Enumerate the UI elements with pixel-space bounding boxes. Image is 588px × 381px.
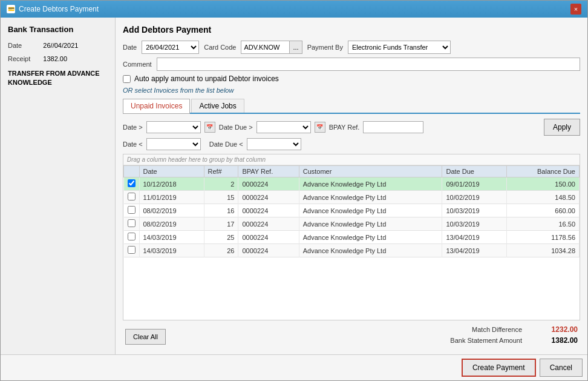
bank-statement-value: 1382.00 [529,336,578,345]
col-bpay: BPAY Ref. [238,166,299,177]
title-bar-left: 💳 Create Debtors Payment [7,5,99,13]
col-balance-due: Balance Due [507,166,580,177]
row-ref: 26 [204,244,238,257]
row-bpay: 0000224 [238,204,299,217]
row-checkbox[interactable] [128,193,136,200]
card-code-lookup-button[interactable]: ... [289,41,302,54]
date-lt-select[interactable] [146,138,201,150]
row-date: 10/12/2018 [139,177,204,191]
payment-by-label: Payment By [307,44,343,51]
row-customer: Advance Knowledge Pty Ltd [299,191,442,204]
row-checkbox-cell[interactable] [124,217,140,231]
row-balance-due: 1034.28 [507,244,580,257]
row-date-due: 10/03/2019 [442,217,507,231]
row-bpay: 0000224 [238,244,299,257]
table-row[interactable]: 08/02/2019 16 0000224 Advance Knowledge … [124,204,580,217]
col-checkbox [124,166,140,177]
tabs: Unpaid Invoices Active Jobs [123,99,580,114]
row-bpay: 0000224 [238,177,299,191]
row-date: 08/02/2019 [139,204,204,217]
receipt-value: 1382.00 [43,55,67,62]
date-gt-calendar-button[interactable]: 📅 [204,122,215,133]
table-row[interactable]: 08/02/2019 17 0000224 Advance Knowledge … [124,217,580,231]
row-checkbox-cell[interactable] [124,191,140,204]
row-date: 14/03/2019 [139,244,204,257]
close-button[interactable]: × [570,4,581,15]
row-ref: 17 [204,217,238,231]
row-checkbox[interactable] [128,179,136,187]
create-payment-button[interactable]: Create Payment [462,359,536,377]
row-checkbox[interactable] [128,246,136,254]
row-balance-due: 660.00 [507,204,580,217]
match-difference-row: Match Difference 1232.00 [425,325,578,334]
auto-apply-checkbox[interactable] [123,75,131,83]
table-row[interactable]: 14/03/2019 26 0000224 Advance Knowledge … [124,244,580,257]
row-balance-due: 148.50 [507,191,580,204]
table-header-row: Date Ref# BPAY Ref. Customer Date Due Ba… [124,166,580,177]
comment-input[interactable] [157,58,580,71]
payment-by-select[interactable]: Electronic Funds Transfer [348,41,451,54]
row-checkbox-cell[interactable] [124,231,140,244]
date-field-label: Date [123,44,137,51]
date-due-lt-select[interactable] [247,138,301,150]
table-row[interactable]: 11/01/2019 15 0000224 Advance Knowledge … [124,191,580,204]
row-date-due: 10/03/2019 [442,204,507,217]
row-date-due: 13/04/2019 [442,244,507,257]
clear-all-button[interactable]: Clear All [125,329,166,345]
table-row[interactable]: 10/12/2018 2 0000224 Advance Knowledge P… [124,177,580,191]
row-ref: 2 [204,177,238,191]
right-panel: Add Debtors Payment Date 26/04/2021 Card… [116,18,587,354]
row-checkbox-cell[interactable] [124,177,140,191]
row-date: 11/01/2019 [139,191,204,204]
card-code-input[interactable] [241,41,289,54]
bpay-ref-input[interactable] [363,121,423,133]
receipt-field: Receipt 1382.00 [8,55,108,63]
filter-row-1: Date > 📅 Date Due > 📅 BPAY Ref. Apply [123,119,580,136]
tab-active-jobs[interactable]: Active Jobs [191,99,244,113]
add-debtors-payment-heading: Add Debtors Payment [123,25,580,35]
title-bar: 💳 Create Debtors Payment × [1,1,587,18]
row-checkbox[interactable] [128,219,136,227]
row-ref: 25 [204,231,238,244]
filter-row-2: Date < Date Due < [123,138,580,150]
date-due-gt-label: Date Due > [219,124,253,131]
date-lt-label: Date < [123,141,143,148]
date-select[interactable]: 26/04/2021 [142,41,199,54]
row-checkbox[interactable] [128,206,136,214]
date-due-gt-calendar-button[interactable]: 📅 [315,122,325,133]
apply-button[interactable]: Apply [544,119,580,136]
col-customer: Customer [299,166,442,177]
or-select-text: OR select Invoices from the list below [123,87,580,94]
bank-statement-row: Bank Statement Amount 1382.00 [425,336,578,345]
row-checkbox-cell[interactable] [124,244,140,257]
footer-buttons: Create Payment Cancel [1,354,587,380]
row-customer: Advance Knowledge Pty Ltd [299,231,442,244]
transaction-description: TRANSFER FROM ADVANCE KNOWLEDGE [8,69,108,88]
row-customer: Advance Knowledge Pty Ltd [299,244,442,257]
col-ref: Ref# [204,166,238,177]
match-difference-label: Match Difference [425,326,522,333]
card-code-group: ... [241,41,302,54]
bank-transaction-heading: Bank Transaction [8,25,108,34]
row-checkbox-cell[interactable] [124,204,140,217]
bottom-right: Match Difference 1232.00 Bank Statement … [425,325,578,345]
match-difference-value: 1232.00 [529,325,578,334]
col-date-due: Date Due [442,166,507,177]
date-gt-label: Date > [123,124,143,131]
table-row[interactable]: 14/03/2019 25 0000224 Advance Knowledge … [124,231,580,244]
row-customer: Advance Knowledge Pty Ltd [299,177,442,191]
cancel-button[interactable]: Cancel [540,359,583,377]
date-due-gt-select[interactable] [256,121,311,133]
receipt-label: Receipt [8,55,41,62]
tab-unpaid-invoices[interactable]: Unpaid Invoices [123,99,190,114]
date-value: 26//04/2021 [43,42,78,49]
row-date: 08/02/2019 [139,217,204,231]
row-date-due: 09/01/2019 [442,177,507,191]
create-debtors-payment-dialog: 💳 Create Debtors Payment × Bank Transact… [0,0,588,381]
date-gt-select[interactable] [146,121,201,133]
row-checkbox[interactable] [128,233,136,240]
comment-row: Comment [123,58,580,71]
row-customer: Advance Knowledge Pty Ltd [299,204,442,217]
auto-apply-label: Auto apply amount to unpaid Debtor invoi… [134,75,279,83]
row-date-due: 10/02/2019 [442,191,507,204]
